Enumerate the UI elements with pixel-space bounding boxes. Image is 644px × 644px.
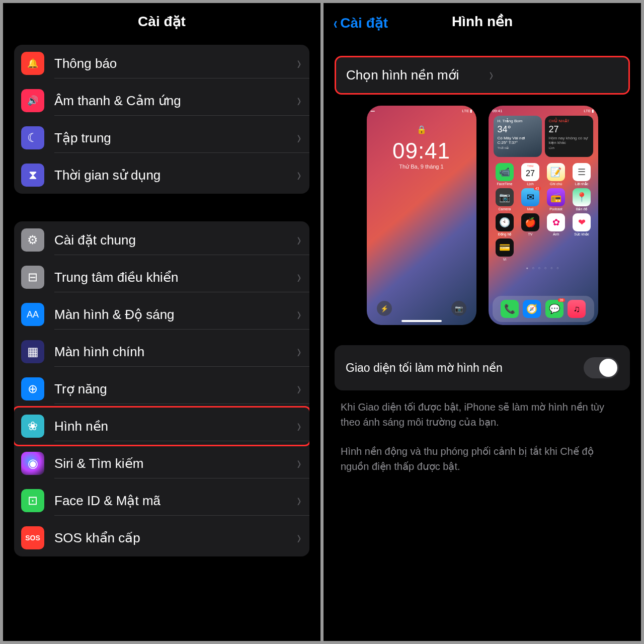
app-đồng hồ: 🕙Đồng hồ [494, 213, 516, 236]
app-facetime: 📹FaceTime [494, 163, 516, 186]
back-label: Cài đặt [340, 15, 388, 31]
chevron-right-icon: › [489, 64, 611, 86]
row-label: Face ID & Mật mã [54, 493, 297, 509]
row-label: Trung tâm điều khiển [54, 270, 297, 285]
lock-icon: 🔒 [367, 125, 476, 134]
dock-icon: 📞 [501, 300, 519, 318]
row-label: Thời gian sử dụng [54, 168, 297, 183]
dock-icon: 🧭 [523, 300, 541, 318]
general-icon: ⚙ [21, 228, 44, 252]
lockscreen-preview[interactable]: •••LTE ▮ 🔒 09:41 Thứ Ba, 9 tháng 1 ⚡ 📷 [367, 106, 476, 325]
settings-row-control-center[interactable]: ⊟Trung tâm điều khiển› [14, 259, 309, 296]
chevron-right-icon: › [297, 127, 301, 148]
choose-wallpaper-label: Chọn hình nền mới [346, 67, 482, 83]
wallpaper-panel: ‹ Cài đặt Hình nền Chọn hình nền mới › •… [324, 3, 641, 641]
settings-row-wallpaper[interactable]: ❀Hình nền› [14, 406, 309, 446]
app-podcast: 📻Podcast [545, 188, 568, 211]
app-ghi chú: 📝Ghi chú [545, 163, 568, 186]
dark-dim-label: Giao diện tối làm mờ hình nền [346, 361, 576, 375]
settings-row-notifications[interactable]: 🔔Thông báo› [14, 45, 309, 82]
app-lời nhắc: ☰Lời nhắc [571, 163, 593, 186]
screentime-icon: ⧗ [21, 164, 44, 187]
flashlight-icon: ⚡ [377, 301, 392, 316]
chevron-right-icon: › [297, 164, 301, 186]
chevron-right-icon: › [297, 52, 301, 74]
row-label: Hình nền [54, 419, 297, 434]
wallpaper-icon: ❀ [21, 415, 44, 438]
back-button[interactable]: ‹ Cài đặt [333, 14, 388, 31]
row-label: SOS khẩn cấp [54, 530, 297, 546]
row-label: Siri & Tìm kiếm [54, 456, 297, 471]
chevron-right-icon: › [297, 90, 301, 111]
dark-dim-toggle[interactable] [584, 357, 619, 378]
focus-icon: ☾ [21, 126, 44, 149]
settings-row-display[interactable]: AAMàn hình & Độ sáng› [14, 296, 309, 333]
camera-icon: 📷 [451, 301, 466, 316]
chevron-right-icon: › [297, 415, 301, 437]
settings-row-sos[interactable]: SOSSOS khẩn cấp› [14, 519, 309, 556]
calendar-widget: CHỦ NHẬT 27 Hôm nay không có sự kiện khá… [545, 116, 593, 157]
row-label: Tập trung [54, 130, 297, 146]
chevron-right-icon: › [297, 229, 301, 251]
chevron-right-icon: › [297, 266, 301, 288]
row-label: Màn hình chính [54, 344, 297, 360]
siri-icon: ◉ [21, 452, 44, 475]
lock-date: Thứ Ba, 9 tháng 1 [367, 164, 476, 170]
settings-panel: Cài đặt 🔔Thông báo›🔊Âm thanh & Cảm ứng›☾… [3, 3, 320, 641]
sounds-icon: 🔊 [21, 89, 44, 112]
settings-row-focus[interactable]: ☾Tập trung› [14, 119, 309, 156]
chevron-right-icon: › [297, 341, 301, 362]
back-chevron-icon: ‹ [334, 14, 338, 31]
settings-row-accessibility[interactable]: ⊕Trợ năng› [14, 370, 309, 408]
app-bản đồ: 📍Bản đồ [571, 188, 593, 211]
footer-note-2: Hình nền động và thu phóng phối cảnh bị … [341, 444, 624, 474]
footer-note-1: Khi Giao diện tối được bật, iPhone sẽ là… [341, 399, 624, 430]
settings-row-home-screen[interactable]: ▦Màn hình chính› [14, 333, 309, 370]
dock-icon: 💬39 [545, 300, 564, 318]
row-label: Trợ năng [54, 381, 297, 397]
settings-group-2: ⚙Cài đặt chung›⊟Trung tâm điều khiển›AAM… [14, 221, 309, 556]
settings-row-faceid[interactable]: ⊡Face ID & Mật mã› [14, 482, 309, 519]
display-icon: AA [21, 303, 44, 326]
row-label: Màn hình & Độ sáng [54, 307, 297, 323]
faceid-icon: ⊡ [21, 489, 44, 512]
weather-widget: H. Trảng Bom 34° Có Mây Vài nơi C:25° T:… [494, 116, 542, 157]
settings-row-screentime[interactable]: ⧗Thời gian sử dụng› [14, 156, 309, 194]
choose-wallpaper-row[interactable]: Chọn hình nền mới › [335, 56, 630, 95]
row-label: Thông báo [54, 56, 297, 71]
row-label: Cài đặt chung [54, 232, 297, 248]
wallpaper-title: ‹ Cài đặt Hình nền [324, 3, 641, 45]
dock-icon: ♫ [568, 300, 586, 318]
app-camera: 📷Camera [494, 188, 516, 211]
chevron-right-icon: › [297, 452, 301, 474]
chevron-right-icon: › [297, 527, 301, 548]
lock-time: 09:41 [367, 138, 476, 164]
app-sức khỏe: ❤Sức khỏe [571, 213, 593, 236]
chevron-right-icon: › [297, 303, 301, 325]
chevron-right-icon: › [297, 378, 301, 399]
home-screen-icon: ▦ [21, 340, 44, 363]
app-lịch: T.HAI27Lịch [519, 163, 542, 186]
accessibility-icon: ⊕ [21, 377, 44, 400]
chevron-right-icon: › [297, 490, 301, 511]
settings-row-siri[interactable]: ◉Siri & Tìm kiếm› [14, 445, 309, 482]
notifications-icon: 🔔 [21, 52, 44, 75]
settings-row-sounds[interactable]: 🔊Âm thanh & Cảm ứng› [14, 82, 309, 119]
homescreen-preview[interactable]: 09:41LTE ▮ H. Trảng Bom 34° Có Mây Vài n… [489, 106, 598, 325]
sos-icon: SOS [21, 526, 44, 549]
settings-row-general[interactable]: ⚙Cài đặt chung› [14, 221, 309, 259]
settings-title: Cài đặt [3, 3, 320, 45]
dark-dim-row: Giao diện tối làm mờ hình nền [335, 345, 630, 390]
app-tv: 🍎TV [519, 213, 542, 236]
row-label: Âm thanh & Cảm ứng [54, 93, 297, 109]
app-ảnh: ✿Ảnh [545, 213, 568, 236]
wallpaper-previews: •••LTE ▮ 🔒 09:41 Thứ Ba, 9 tháng 1 ⚡ 📷 0… [349, 106, 616, 325]
app-ví: 💳Ví [494, 238, 516, 261]
app-mail: ✉Mail43 [519, 188, 542, 211]
control-center-icon: ⊟ [21, 266, 44, 289]
settings-group-1: 🔔Thông báo›🔊Âm thanh & Cảm ứng›☾Tập trun… [14, 45, 309, 194]
